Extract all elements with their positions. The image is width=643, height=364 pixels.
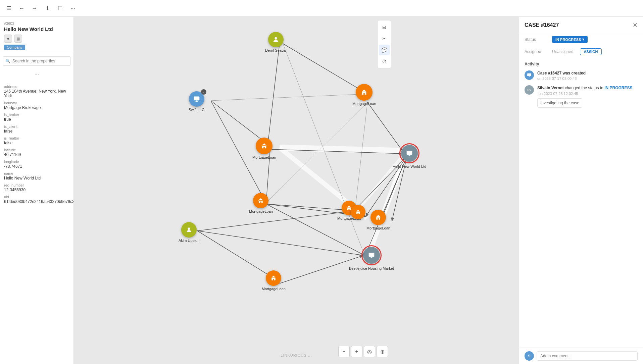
entity-title: Hello New World Ltd [4,26,69,32]
node-hello-new-world[interactable]: Hello New World Ltd [393,145,426,168]
properties-section: address 145 104th Avenue, New York, New … [0,80,73,206]
node-mortgage-loan-1[interactable]: MortgageLoan [352,84,376,106]
back-button[interactable]: ← [17,3,27,13]
panel-header: #3603 Hello New World Ltd ● ▦ Company [0,17,73,53]
node-beetlejuice[interactable]: Beetlejuice Housing Market [349,247,394,270]
panel-icons: ● ▦ [4,35,69,43]
graph-area[interactable]: Derril Seagar 2 Swift LLC MortgageLoan M… [74,17,519,364]
svg-point-28 [275,37,277,40]
table-icon[interactable]: ▦ [14,35,22,43]
prop-is-broker: is_broker true [4,113,69,122]
activity-title: Activity [525,62,638,66]
forward-button[interactable]: → [30,3,40,13]
activity-item-1: Case #16427 was created on 2023-07-17 02… [525,70,638,81]
activity-avatar-1 [525,70,534,80]
assign-button[interactable]: ASSIGN [580,48,601,55]
status-row: Status IN PROGRESS ▾ [519,33,643,46]
scissors-button[interactable]: ✂ [379,33,390,44]
filter-button[interactable]: ⊟ [379,22,390,33]
node-mortgage-loan-5[interactable] [351,205,365,219]
prop-address: address 145 104th Avenue, New York, New … [4,85,69,98]
prop-industry: industry Mortgage Brokerage [4,101,69,110]
svg-line-24 [211,94,367,101]
more-properties-btn[interactable]: ... [32,70,42,77]
svg-rect-29 [194,97,199,101]
activity-2-user: Silvain Vernet [537,86,564,90]
prop-latitude: latitude 40.71169 [4,148,69,157]
comment-box: S [519,348,643,364]
prop-uid: uid 61fded030b472e2416a543270b9e79c3 [4,195,69,204]
more-button[interactable]: ··· [68,3,78,13]
download-button[interactable]: ⬇ [42,3,52,13]
status-badge[interactable]: IN PROGRESS ▾ [552,36,588,43]
clock-button[interactable]: ⏱ [379,56,390,67]
left-panel: #3603 Hello New World Ltd ● ▦ Company 🔍 … [0,17,74,364]
node-akim-upston[interactable]: Akim Upston [179,222,199,243]
activity-note: Investigating the case [537,98,582,108]
close-case-button[interactable]: ✕ [633,21,638,29]
node-derril-seagar[interactable]: Derril Seagar [265,32,287,52]
zoom-out-button[interactable]: − [338,346,350,357]
prop-reg-number: reg_number 12-3456930 [4,183,69,192]
svg-line-20 [197,231,365,256]
node-mortgage-loan-3[interactable]: MortgageLoan [249,193,273,213]
assignee-row: Assignee Unassigned ASSIGN [519,46,643,58]
search-box: 🔍 [3,56,71,66]
node-mortgage-loan-bottom[interactable]: MortgageLoan [262,270,286,291]
svg-line-19 [197,211,355,231]
graph-svg [74,17,519,364]
svg-point-31 [188,227,190,230]
svg-line-15 [365,156,407,256]
comment-input[interactable] [537,351,638,361]
activity-item-2: SV Silvain Vernet changed the status to … [525,85,638,108]
activity-1-date: on 2023-07-17 02:00:43 [537,76,638,81]
activity-avatar-2: SV [525,85,534,95]
save-button[interactable]: ☐ [55,3,65,13]
globe-button[interactable]: ⊕ [377,346,388,357]
prop-is-client: is_client false [4,124,69,134]
svg-line-6 [268,44,280,144]
node-mortgage-loan-2[interactable]: MortgageLoan [252,138,276,159]
company-badge[interactable]: Company [4,45,25,50]
search-icon: 🔍 [5,59,10,63]
chat-button[interactable]: 💬 [379,45,390,55]
entity-id: #3603 [4,21,69,25]
zoom-in-button[interactable]: + [351,346,362,357]
center-button[interactable]: ◎ [364,346,375,357]
prop-longitude: longitude -73.74671 [4,160,69,169]
collapse-panel-button[interactable]: ‹ [73,184,74,197]
prop-is-realtor: is_realtor false [4,136,69,145]
svg-line-26 [266,102,367,203]
top-toolbar: ☰ ← → ⬇ ☐ ··· [0,0,643,17]
svg-line-27 [355,102,367,210]
svg-rect-33 [527,73,531,76]
graph-controls: − + ◎ ⊕ [338,346,388,357]
watermark: LINKURIOUS ... [281,353,312,357]
circle-icon[interactable]: ● [4,35,12,43]
menu-button[interactable]: ☰ [4,3,14,13]
right-mini-toolbar: ⊟ ✂ 💬 ⏱ [377,20,391,68]
prop-name: name Hello New World Ltd [4,171,69,180]
node-mortgage-loan-6[interactable]: MortgageLoan [366,210,390,230]
activity-1-text: Case #16427 was created [537,71,586,75]
assignee-value: Unassigned [552,49,573,54]
right-panel: CASE #16427 ✕ Status IN PROGRESS ▾ Assig… [519,17,643,364]
case-header: CASE #16427 ✕ [519,17,643,33]
comment-avatar: S [525,351,534,361]
activity-section: Activity Case #16427 was created on 2023… [519,58,643,348]
case-title: CASE #16427 [525,22,559,28]
search-input[interactable] [3,56,71,66]
node-swift-llc[interactable]: 2 Swift LLC [189,91,204,112]
